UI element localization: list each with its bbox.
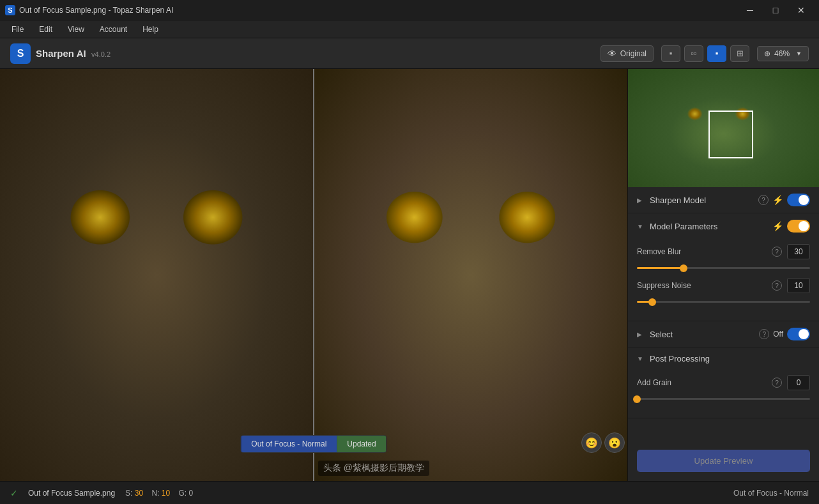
add-grain-value[interactable]: 0 xyxy=(787,375,810,390)
s-value: 30 xyxy=(135,489,143,498)
model-parameters-body: Remove Blur ? 30 Suppress Noise ? xyxy=(628,239,819,321)
remove-blur-thumb[interactable] xyxy=(680,264,687,272)
thumbnail-area xyxy=(628,69,819,187)
model-parameters-header[interactable]: ▼ Model Parameters ⚡ xyxy=(628,213,819,239)
select-chevron: ▶ xyxy=(637,331,645,338)
thumbnail-viewport[interactable] xyxy=(708,111,753,158)
zoom-control[interactable]: ⊕ 46% ▼ xyxy=(757,46,809,61)
post-processing-header[interactable]: ▼ Post Processing xyxy=(628,347,819,370)
menu-help[interactable]: Help xyxy=(136,22,165,36)
remove-blur-value[interactable]: 30 xyxy=(787,244,810,259)
menu-edit[interactable]: Edit xyxy=(33,22,59,36)
select-toggle[interactable] xyxy=(787,328,810,340)
select-section: ▶ Select ? Off xyxy=(628,321,819,347)
select-toggle-knob xyxy=(799,329,809,339)
remove-blur-track xyxy=(637,267,810,269)
status-params: S: 30 N: 10 G: 0 xyxy=(125,489,193,498)
add-grain-label: Add Grain xyxy=(637,378,767,387)
menu-account[interactable]: Account xyxy=(93,22,134,36)
main-content: Out of Focus - Normal Updated 😊 😮 头条 @紫枫… xyxy=(0,69,819,481)
status-model-name: Out of Focus - Normal xyxy=(733,489,809,498)
original-button[interactable]: 👁 Original xyxy=(601,45,654,62)
statusbar: ✓ Out of Focus Sample.png S: 30 N: 10 G:… xyxy=(0,481,819,504)
model-parameters-toggle[interactable] xyxy=(787,220,810,233)
model-parameters-chevron: ▼ xyxy=(637,223,645,230)
view-split-v-icon: ▫▫ xyxy=(691,49,696,58)
original-image xyxy=(0,69,313,481)
suppress-noise-slider[interactable] xyxy=(637,301,810,303)
select-title: Select xyxy=(650,330,754,339)
minimize-button[interactable]: ─ xyxy=(737,0,763,20)
add-grain-help[interactable]: ? xyxy=(772,378,782,388)
menubar: File Edit View Account Help xyxy=(0,20,819,38)
view-quad-icon: ⊞ xyxy=(737,49,744,58)
face-icons: 😊 😮 xyxy=(581,432,625,453)
remove-blur-fill xyxy=(637,267,684,269)
suppress-noise-help[interactable]: ? xyxy=(772,280,782,291)
add-grain-thumb[interactable] xyxy=(633,395,641,403)
maximize-button[interactable]: □ xyxy=(763,0,788,20)
select-off-label: Off xyxy=(773,330,783,339)
menu-view[interactable]: View xyxy=(61,22,91,36)
view-split-h-button[interactable]: ▪ xyxy=(707,45,726,62)
suppress-noise-value[interactable]: 10 xyxy=(787,278,810,293)
image-area: Out of Focus - Normal Updated 😊 😮 头条 @紫枫… xyxy=(0,69,627,481)
add-grain-row: Add Grain ? 0 xyxy=(637,375,810,390)
logo-area: S Sharpen AI v4.0.2 xyxy=(10,43,111,64)
left-image-panel xyxy=(0,69,313,481)
titlebar-left: S Out of Focus Sample.png - Topaz Sharpe… xyxy=(5,5,173,15)
select-help[interactable]: ? xyxy=(759,329,769,339)
sharpen-model-toggle[interactable] xyxy=(787,194,810,206)
view-single-icon: ▪ xyxy=(670,49,673,58)
view-single-button[interactable]: ▪ xyxy=(661,45,680,62)
update-preview-button[interactable]: Update Preview xyxy=(637,450,810,472)
view-split-v-button[interactable]: ▫▫ xyxy=(684,45,703,62)
original-label: Original xyxy=(620,49,647,58)
zoom-chevron-icon: ▼ xyxy=(796,50,802,57)
add-grain-slider[interactable] xyxy=(637,398,810,400)
model-parameters-actions: ⚡ xyxy=(772,220,810,233)
panel-spacer xyxy=(628,418,819,441)
sharpen-model-help[interactable]: ? xyxy=(758,195,769,205)
suppress-noise-thumb[interactable] xyxy=(648,298,656,306)
sharpen-model-chevron: ▶ xyxy=(637,197,645,204)
g-value: 0 xyxy=(189,489,194,498)
add-grain-track xyxy=(637,398,810,400)
remove-blur-row: Remove Blur ? 30 xyxy=(637,244,810,259)
model-parameters-toggle-knob xyxy=(799,221,809,231)
model-parameters-lightning-icon: ⚡ xyxy=(772,221,783,231)
close-button[interactable]: ✕ xyxy=(788,0,814,20)
app-name-label: Sharpen AI xyxy=(36,48,86,59)
face-icon-1[interactable]: 😊 xyxy=(581,432,602,453)
select-header[interactable]: ▶ Select ? Off xyxy=(628,321,819,347)
suppress-noise-label: Suppress Noise xyxy=(637,281,767,290)
status-filename: Out of Focus Sample.png xyxy=(28,489,115,498)
app-layout: S Sharpen AI v4.0.2 👁 Original ▪ ▫▫ ▪ ⊞ xyxy=(0,38,819,504)
split-container xyxy=(0,69,627,481)
sharpen-model-header[interactable]: ▶ Sharpen Model ? ⚡ xyxy=(628,187,819,213)
status-model-label: Out of Focus - Normal xyxy=(241,436,337,452)
n-value: 10 xyxy=(162,489,170,498)
sharpen-model-section: ▶ Sharpen Model ? ⚡ xyxy=(628,187,819,213)
app-name-area: Sharpen AI v4.0.2 xyxy=(36,48,111,59)
zoom-level-label: 46% xyxy=(774,49,790,58)
sharpen-model-title: Sharpen Model xyxy=(650,195,753,205)
toolbar: S Sharpen AI v4.0.2 👁 Original ▪ ▫▫ ▪ ⊞ xyxy=(0,38,819,69)
app-version-label: v4.0.2 xyxy=(91,50,111,58)
window-title: Out of Focus Sample.png - Topaz Sharpen … xyxy=(19,6,173,15)
face-icon-2[interactable]: 😮 xyxy=(604,432,625,453)
status-check-icon: ✓ xyxy=(10,488,18,498)
remove-blur-help[interactable]: ? xyxy=(772,247,782,257)
post-processing-body: Add Grain ? 0 xyxy=(628,370,819,418)
view-split-h-icon: ▪ xyxy=(716,49,719,58)
right-panel: ▶ Sharpen Model ? ⚡ ▼ Model Parameters xyxy=(627,69,819,481)
g-label: G: xyxy=(179,489,187,498)
status-overlay: Out of Focus - Normal Updated xyxy=(240,435,387,453)
suppress-noise-track xyxy=(637,301,810,303)
view-quad-button[interactable]: ⊞ xyxy=(730,45,749,62)
remove-blur-slider[interactable] xyxy=(637,267,810,269)
zoom-icon: ⊕ xyxy=(764,49,770,58)
sharpen-model-toggle-knob xyxy=(799,195,809,205)
menu-file[interactable]: File xyxy=(5,22,30,36)
eye-icon: 👁 xyxy=(608,49,616,59)
